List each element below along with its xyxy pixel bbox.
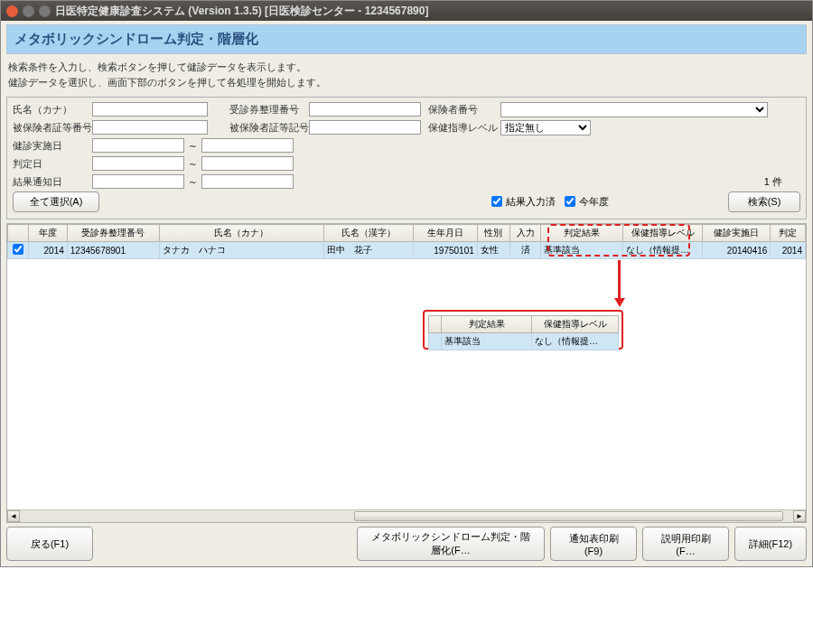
metabolic-button[interactable]: メタボリックシンドローム判定・階層化(F… [357, 527, 545, 561]
scroll-thumb[interactable] [354, 511, 783, 521]
page-title: メタボリックシンドローム判定・階層化 [6, 24, 807, 54]
close-icon[interactable] [6, 5, 18, 17]
popup-table: 判定結果 保健指導レベル 基準該当 なし（情報提… [428, 315, 618, 350]
search-panel: 氏名（カナ） 受診券整理番号 保険者番号 被保険者証等番号 被保険者証等記号 保… [6, 97, 807, 219]
th-birth[interactable]: 生年月日 [414, 225, 477, 242]
minimize-icon[interactable] [23, 5, 34, 17]
notify-print-button[interactable]: 通知表印刷(F9) [550, 527, 637, 561]
popup-th-blank [429, 316, 442, 333]
select-guidance-level[interactable]: 指定無し [500, 120, 591, 135]
cell-input: 済 [510, 242, 541, 259]
horizontal-scrollbar[interactable]: ◄ ► [7, 509, 806, 522]
scroll-left-icon[interactable]: ◄ [7, 510, 20, 522]
app-window: 日医特定健康診査システム (Version 1.3.5) [日医検診センター -… [0, 0, 813, 567]
input-kana[interactable] [92, 102, 208, 117]
cell-judge: 2014 [771, 242, 806, 259]
input-notify-date-to[interactable] [201, 174, 294, 189]
input-ticket-no[interactable] [309, 102, 421, 117]
label-insurer-no: 保険者番号 [428, 103, 500, 117]
th-exam-date[interactable]: 健診実施日 [703, 225, 771, 242]
arrow-annotation [618, 260, 621, 300]
cell-kanji: 田中 花子 [323, 242, 414, 259]
popup-th-level: 保健指導レベル [532, 316, 619, 333]
th-ticket[interactable]: 受診券整理番号 [67, 225, 159, 242]
popup-cell-blank [429, 333, 442, 350]
results-table-wrap: 年度 受診券整理番号 氏名（カナ） 氏名（漢字） 生年月日 性別 入力 判定結果… [6, 223, 807, 523]
input-insured-sym[interactable] [309, 120, 421, 135]
result-done-checkbox[interactable]: 結果入力済 [491, 195, 556, 209]
th-kana[interactable]: 氏名（カナ） [159, 225, 323, 242]
bottom-toolbar: 戻る(F1) メタボリックシンドローム判定・階層化(F… 通知表印刷(F9) 説… [6, 523, 807, 563]
chk-this-year-label: 今年度 [579, 195, 609, 209]
th-input[interactable]: 入力 [510, 225, 541, 242]
scroll-right-icon[interactable]: ► [793, 510, 806, 522]
instruction-line-2: 健診データを選択し、画面下部のボタンを押して各処理を開始します。 [8, 75, 805, 90]
input-judge-date-from[interactable] [92, 156, 184, 171]
cell-exam-date: 20140416 [703, 242, 771, 259]
label-judge-date: 判定日 [13, 157, 92, 171]
cell-year: 2014 [28, 242, 67, 259]
search-button[interactable]: 検索(S) [728, 191, 800, 212]
table-header-row: 年度 受診券整理番号 氏名（カナ） 氏名（漢字） 生年月日 性別 入力 判定結果… [8, 225, 806, 242]
instructions: 検索条件を入力し、検索ボタンを押して健診データを表示します。 健診データを選択し… [6, 54, 807, 97]
cell-level: なし（情報提… [622, 242, 703, 259]
this-year-checkbox[interactable]: 今年度 [565, 195, 609, 209]
cell-sex: 女性 [477, 242, 509, 259]
tilde-3: ～ [188, 175, 198, 189]
instruction-line-1: 検索条件を入力し、検索ボタンを押して健診データを表示します。 [8, 60, 805, 75]
label-exam-date: 健診実施日 [13, 139, 92, 153]
th-chk[interactable] [8, 225, 29, 242]
select-all-button[interactable]: 全て選択(A) [13, 191, 99, 212]
input-exam-date-to[interactable] [201, 138, 294, 153]
tilde-2: ～ [188, 157, 198, 171]
titlebar: 日医特定健康診査システム (Version 1.3.5) [日医検診センター -… [1, 1, 812, 21]
cell-birth: 19750101 [414, 242, 477, 259]
chk-this-year[interactable] [565, 196, 575, 207]
label-ticket-no: 受診券整理番号 [229, 103, 309, 117]
label-notify-date: 結果通知日 [13, 175, 92, 189]
table-row[interactable]: 2014 12345678901 タナカ ハナコ 田中 花子 19750101 … [8, 242, 806, 259]
popup-cell-result: 基準該当 [442, 333, 532, 350]
th-year[interactable]: 年度 [28, 225, 67, 242]
detail-button[interactable]: 詳細(F12) [734, 527, 807, 561]
popup-cell-level: なし（情報提… [532, 333, 619, 350]
cell-ticket: 12345678901 [67, 242, 159, 259]
results-table: 年度 受診券整理番号 氏名（カナ） 氏名（漢字） 生年月日 性別 入力 判定結果… [7, 224, 806, 259]
cell-kana: タナカ ハナコ [159, 242, 323, 259]
chk-result-done-label: 結果入力済 [506, 195, 556, 209]
label-insured-sym: 被保険者証等記号 [229, 121, 309, 135]
th-level[interactable]: 保健指導レベル [622, 225, 703, 242]
input-notify-date-from[interactable] [92, 174, 184, 189]
label-guidance-level: 保健指導レベル [428, 121, 500, 135]
input-exam-date-from[interactable] [92, 138, 184, 153]
maximize-icon[interactable] [39, 5, 51, 17]
th-sex[interactable]: 性別 [477, 225, 509, 242]
chk-result-done[interactable] [491, 196, 502, 207]
window-title: 日医特定健康診査システム (Version 1.3.5) [日医検診センター -… [55, 4, 428, 19]
popup-th-result: 判定結果 [442, 316, 532, 333]
select-insurer-no[interactable] [500, 102, 768, 117]
th-kanji[interactable]: 氏名（漢字） [323, 225, 414, 242]
input-judge-date-to[interactable] [201, 156, 294, 171]
back-button[interactable]: 戻る(F1) [6, 527, 93, 561]
th-judge[interactable]: 判定 [771, 225, 806, 242]
explain-print-button[interactable]: 説明用印刷(F… [642, 527, 729, 561]
result-count: 1 件 [764, 175, 782, 189]
input-insured-no[interactable] [92, 120, 208, 135]
row-checkbox[interactable] [13, 244, 23, 255]
label-insured-no: 被保険者証等番号 [13, 121, 92, 135]
tilde-1: ～ [188, 139, 198, 153]
content-area: メタボリックシンドローム判定・階層化 検索条件を入力し、検索ボタンを押して健診デ… [1, 21, 812, 566]
th-result[interactable]: 判定結果 [541, 225, 623, 242]
label-kana: 氏名（カナ） [13, 103, 92, 117]
cell-result: 基準該当 [541, 242, 623, 259]
